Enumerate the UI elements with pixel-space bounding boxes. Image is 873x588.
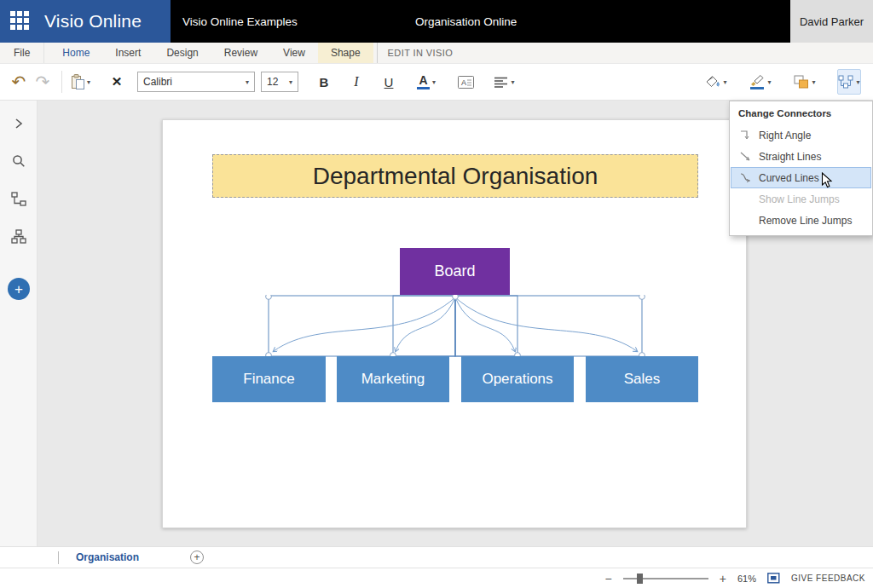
tab-review[interactable]: Review (211, 43, 270, 63)
undo-button[interactable]: ↶ (7, 69, 31, 95)
connectors-icon (838, 75, 853, 89)
connectors-caret-icon: ▾ (856, 78, 859, 86)
shapes-panel-icon (11, 192, 26, 206)
zoom-slider-thumb[interactable] (637, 574, 643, 584)
chevron-right-icon (14, 118, 23, 130)
redo-icon: ↷ (36, 73, 50, 90)
line-color-icon (749, 75, 765, 89)
tab-insert[interactable]: Insert (102, 43, 153, 63)
fill-color-button[interactable]: ▾ (704, 69, 728, 95)
search-button[interactable] (0, 145, 38, 177)
arrange-shapes-button[interactable]: ▾ (793, 69, 817, 95)
arrange-caret-icon: ▾ (812, 78, 815, 86)
menu-header: Change Connectors (730, 101, 872, 124)
font-name-value: Calibri (143, 76, 172, 88)
board-shape[interactable]: Board (400, 248, 510, 295)
shapes-panel-button[interactable] (0, 182, 38, 215)
app-launcher-icon[interactable] (10, 11, 31, 32)
delete-icon: ✕ (112, 74, 123, 89)
department-shape-sales[interactable]: Sales (586, 356, 698, 402)
department-shape-operations[interactable]: Operations (461, 356, 574, 402)
document-title[interactable]: Organisation Online (415, 15, 517, 28)
add-shape-button[interactable]: + (8, 278, 30, 300)
zoom-in-button[interactable]: + (720, 573, 726, 585)
zoom-level-value: 61% (737, 574, 756, 584)
text-block-button[interactable]: A (454, 69, 477, 95)
menu-item-right-angle[interactable]: Right Angle (731, 124, 871, 146)
underline-button[interactable]: U (377, 69, 401, 95)
straight-line-icon (738, 151, 752, 162)
add-page-icon: + (194, 552, 200, 562)
app-name: Visio Online (44, 11, 142, 32)
align-button[interactable]: ▾ (493, 69, 517, 95)
change-connectors-menu: Change Connectors Right Angle Straight L… (729, 101, 873, 236)
add-page-button[interactable]: + (190, 551, 204, 564)
status-bar: − + 61% GIVE FEEDBACK (0, 568, 873, 588)
brand-area: Visio Online (0, 0, 171, 43)
italic-button[interactable]: I (344, 69, 368, 95)
zoom-out-button[interactable]: − (605, 573, 612, 585)
menu-item-straight-lines[interactable]: Straight Lines (731, 146, 871, 167)
tab-file[interactable]: File (0, 43, 44, 63)
align-caret-icon: ▾ (511, 78, 514, 86)
search-icon (12, 154, 26, 168)
paste-icon (72, 74, 84, 89)
ribbon-tab-bar: File Home Insert Design Review View Shap… (0, 43, 873, 64)
tab-view[interactable]: View (270, 43, 318, 63)
menu-item-show-line-jumps: Show Line Jumps (731, 188, 871, 210)
tab-home[interactable]: Home (49, 43, 102, 63)
user-account-button[interactable]: David Parker (790, 0, 873, 43)
font-size-value: 12 (267, 76, 278, 88)
page-tab-organisation[interactable]: Organisation (59, 551, 154, 563)
bold-button[interactable]: B (312, 69, 336, 95)
font-color-caret-icon: ▾ (432, 78, 436, 86)
drawing-page[interactable]: Departmental Organisation Board (162, 119, 747, 528)
site-name[interactable]: Visio Online Examples (182, 15, 298, 28)
tab-design[interactable]: Design (153, 43, 211, 63)
align-icon (494, 77, 508, 88)
font-size-caret-icon: ▾ (289, 78, 292, 86)
font-name-select[interactable]: Calibri ▾ (137, 72, 255, 92)
shape-tools-group: ▾ ▾ ▾ (704, 69, 866, 95)
title-banner-shape[interactable]: Departmental Organisation (212, 154, 698, 198)
font-color-button[interactable]: A ▾ (414, 69, 438, 95)
fill-bucket-icon (705, 75, 720, 89)
connector-selection[interactable] (263, 295, 650, 358)
org-chart-icon (11, 229, 26, 244)
paste-caret-icon: ▾ (87, 78, 90, 86)
line-color-button[interactable]: ▾ (749, 69, 772, 95)
titlebar: Visio Online Visio Online Examples Organ… (0, 0, 873, 43)
line-color-caret-icon: ▾ (767, 78, 771, 86)
zoom-slider[interactable] (623, 573, 708, 585)
diagram-panel-button[interactable] (0, 220, 38, 252)
font-name-caret-icon: ▾ (246, 78, 249, 86)
menu-item-curved-lines[interactable]: Curved Lines (731, 167, 871, 188)
menu-item-remove-line-jumps[interactable]: Remove Line Jumps (731, 210, 871, 231)
plus-icon: + (14, 282, 23, 297)
edit-in-visio-button[interactable]: EDIT IN VISIO (377, 43, 464, 63)
department-shape-marketing[interactable]: Marketing (337, 356, 449, 402)
page-tab-bar: Organisation + (0, 546, 873, 568)
font-color-icon: A (417, 74, 430, 89)
give-feedback-link[interactable]: GIVE FEEDBACK (791, 574, 865, 583)
paste-button[interactable]: ▾ (69, 69, 93, 95)
delete-button[interactable]: ✕ (105, 69, 129, 95)
toolbar-separator (61, 71, 62, 93)
redo-button[interactable]: ↷ (31, 69, 55, 95)
fit-to-window-icon (767, 573, 780, 584)
arrange-shapes-icon (794, 75, 809, 89)
undo-icon: ↶ (12, 73, 26, 90)
ribbon-toolbar: ↶ ↷ ▾ ✕ Calibri ▾ 12 ▾ B I U A ▾ (0, 64, 873, 101)
curved-line-icon (738, 172, 752, 183)
tab-shape[interactable]: Shape (318, 43, 373, 63)
right-angle-icon (738, 130, 752, 141)
font-size-select[interactable]: 12 ▾ (261, 72, 298, 92)
visio-online-app: Visio Online Visio Online Examples Organ… (0, 0, 873, 588)
expand-panel-button[interactable] (0, 107, 38, 140)
text-block-icon: A (458, 76, 474, 89)
fit-to-window-button[interactable] (767, 573, 780, 584)
zoom-slider-track[interactable] (623, 578, 708, 579)
svg-text:A: A (461, 78, 466, 87)
change-connectors-button[interactable]: ▾ (837, 69, 861, 95)
department-shape-finance[interactable]: Finance (212, 356, 326, 402)
